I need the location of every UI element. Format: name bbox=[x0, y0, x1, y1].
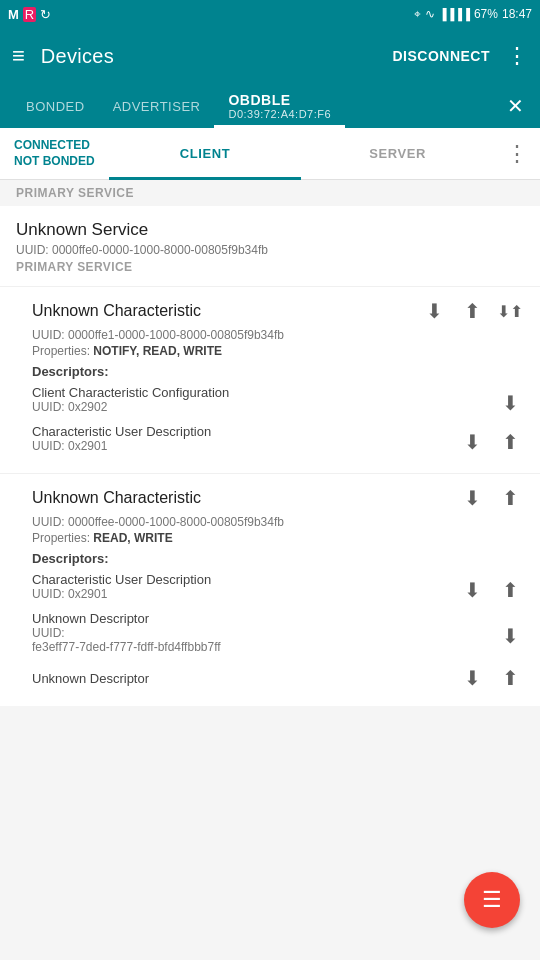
toolbar: ≡ Devices DISCONNECT ⋮ bbox=[0, 28, 540, 84]
status-bar: M R ↻ ⌖ ∿ ▐▐▐▐ 67% 18:47 bbox=[0, 0, 540, 28]
char-name-0: Unknown Characteristic bbox=[32, 302, 201, 320]
sub-tab-more-icon[interactable]: ⋮ bbox=[494, 128, 540, 180]
char-props-1: Properties: READ, WRITE bbox=[32, 531, 524, 545]
characteristic-item-1: Unknown Characteristic ⬇ ⬆ UUID: 0000ffe… bbox=[0, 473, 540, 706]
char-notify-icon-0[interactable]: ⬇⬆ bbox=[496, 297, 524, 325]
char-props-0: Properties: NOTIFY, READ, WRITE bbox=[32, 344, 524, 358]
sub-tab-bar: CONNECTED NOT BONDED CLIENT SERVER ⋮ bbox=[0, 128, 540, 180]
toolbar-more-icon[interactable]: ⋮ bbox=[506, 43, 528, 69]
menu-icon[interactable]: ≡ bbox=[12, 43, 25, 69]
service-section: Unknown Service UUID: 0000ffe0-0000-1000… bbox=[0, 206, 540, 274]
descriptor-item-0-1: Characteristic User Description UUID: 0x… bbox=[32, 424, 524, 459]
descriptor-name-0-1: Characteristic User Description bbox=[32, 424, 458, 439]
descriptor-item-1-0: Characteristic User Description UUID: 0x… bbox=[32, 572, 524, 607]
status-left-icons: M R ↻ bbox=[8, 7, 51, 22]
service-name: Unknown Service bbox=[16, 220, 524, 240]
descriptor-read-icon-1-1[interactable]: ⬇ bbox=[496, 622, 524, 650]
char-write-icon-0[interactable]: ⬆ bbox=[458, 297, 486, 325]
descriptor-read-icon-0-0[interactable]: ⬇ bbox=[496, 389, 524, 417]
tab-bonded[interactable]: BONDED bbox=[12, 84, 99, 128]
descriptor-item-1-1: Unknown Descriptor UUID: fe3eff77-7ded-f… bbox=[32, 611, 524, 660]
descriptors-label-0: Descriptors: bbox=[32, 364, 524, 379]
descriptor-read-icon-0-1[interactable]: ⬇ bbox=[458, 428, 486, 456]
descriptor-name-0-0: Client Characteristic Configuration bbox=[32, 385, 496, 400]
disconnect-button[interactable]: DISCONNECT bbox=[392, 48, 490, 64]
tab-server[interactable]: SERVER bbox=[301, 128, 494, 180]
tab-active-device[interactable]: OBDBLE D0:39:72:A4:D7:F6 bbox=[214, 84, 345, 128]
char-write-icon-1[interactable]: ⬆ bbox=[496, 484, 524, 512]
device-tab-bar: BONDED ADVERTISER OBDBLE D0:39:72:A4:D7:… bbox=[0, 84, 540, 128]
char-uuid-1: UUID: 0000ffee-0000-1000-8000-00805f9b34… bbox=[32, 515, 524, 529]
primary-service-top-label: PRIMARY SERVICE bbox=[0, 180, 540, 206]
descriptor-uuid-1-0: UUID: 0x2901 bbox=[32, 587, 458, 601]
characteristic-item-0: Unknown Characteristic ⬇ ⬆ ⬇⬆ UUID: 0000… bbox=[0, 286, 540, 473]
notification-icon-m: M bbox=[8, 7, 19, 22]
descriptor-name-1-2: Unknown Descriptor bbox=[32, 671, 458, 686]
descriptor-item-1-2: Unknown Descriptor ⬇ ⬆ bbox=[32, 664, 524, 692]
descriptor-write-icon-1-2[interactable]: ⬆ bbox=[496, 664, 524, 692]
service-uuid: UUID: 0000ffe0-0000-1000-8000-00805f9b34… bbox=[16, 243, 524, 257]
close-device-tab-button[interactable]: ✕ bbox=[499, 86, 532, 126]
descriptor-write-icon-1-0[interactable]: ⬆ bbox=[496, 576, 524, 604]
content-area: Unknown Service UUID: 0000ffe0-0000-1000… bbox=[0, 206, 540, 706]
status-right-icons: ⌖ ∿ ▐▐▐▐ 67% 18:47 bbox=[414, 7, 532, 21]
tab-advertiser[interactable]: ADVERTISER bbox=[99, 84, 215, 128]
time-text: 18:47 bbox=[502, 7, 532, 21]
wifi-icon: ∿ bbox=[425, 7, 435, 21]
char-read-icon-0[interactable]: ⬇ bbox=[420, 297, 448, 325]
char-read-icon-1[interactable]: ⬇ bbox=[458, 484, 486, 512]
device-address: D0:39:72:A4:D7:F6 bbox=[228, 108, 331, 120]
descriptor-uuid-0-1: UUID: 0x2901 bbox=[32, 439, 458, 453]
signal-icon: ▐▐▐▐ bbox=[439, 8, 470, 20]
battery-text: 67% bbox=[474, 7, 498, 21]
descriptor-write-icon-0-1[interactable]: ⬆ bbox=[496, 428, 524, 456]
char-name-1: Unknown Characteristic bbox=[32, 489, 201, 507]
descriptor-uuid-0-0: UUID: 0x2902 bbox=[32, 400, 496, 414]
descriptor-read-icon-1-2[interactable]: ⬇ bbox=[458, 664, 486, 692]
descriptors-label-1: Descriptors: bbox=[32, 551, 524, 566]
descriptor-name-1-0: Characteristic User Description bbox=[32, 572, 458, 587]
tab-client[interactable]: CLIENT bbox=[109, 128, 302, 180]
service-primary-label: PRIMARY SERVICE bbox=[16, 260, 524, 274]
descriptor-read-icon-1-0[interactable]: ⬇ bbox=[458, 576, 486, 604]
sync-icon: ↻ bbox=[40, 7, 51, 22]
descriptor-name-1-1: Unknown Descriptor bbox=[32, 611, 496, 626]
descriptor-item-0-0: Client Characteristic Configuration UUID… bbox=[32, 385, 524, 420]
toolbar-title: Devices bbox=[41, 45, 393, 68]
notification-icon-r: R bbox=[23, 7, 36, 22]
bluetooth-icon: ⌖ bbox=[414, 7, 421, 21]
connection-status: CONNECTED NOT BONDED bbox=[0, 138, 109, 169]
char-uuid-0: UUID: 0000ffe1-0000-1000-8000-00805f9b34… bbox=[32, 328, 524, 342]
device-name: OBDBLE bbox=[228, 92, 290, 108]
descriptor-uuid-1-1: UUID: fe3eff77-7ded-f777-fdff-bfd4ffbbb7… bbox=[32, 626, 496, 654]
